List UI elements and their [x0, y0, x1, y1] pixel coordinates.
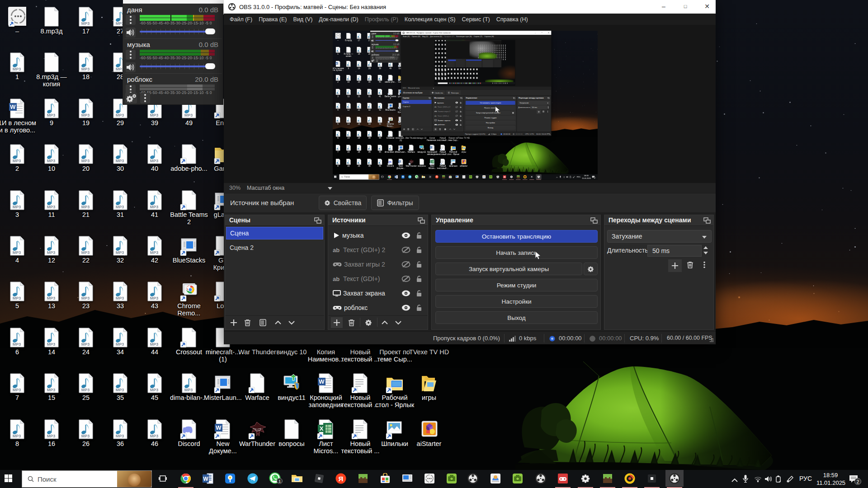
svg-text:MP3: MP3: [358, 65, 360, 67]
svg-text:MP3: MP3: [368, 79, 371, 81]
svg-text:MP3: MP3: [368, 149, 371, 150]
svg-text:MP3: MP3: [47, 296, 56, 300]
svg-text:MP3: MP3: [116, 434, 124, 438]
svg-text:MP3: MP3: [150, 296, 159, 300]
svg-text:MP3: MP3: [81, 67, 90, 71]
svg-text:MP3: MP3: [116, 205, 124, 209]
svg-text:MP3: MP3: [116, 388, 124, 392]
svg-text:MP3: MP3: [347, 93, 350, 95]
svg-text:MP3: MP3: [116, 113, 124, 117]
svg-text:MP3: MP3: [13, 342, 21, 347]
svg-text:MP3: MP3: [368, 93, 371, 95]
svg-text:MP3: MP3: [47, 159, 56, 163]
svg-text:MP3: MP3: [347, 163, 350, 165]
svg-text:MP3: MP3: [347, 79, 350, 81]
svg-text:MP3: MP3: [116, 159, 124, 163]
svg-text:Я: Я: [339, 475, 344, 483]
svg-text:MP3: MP3: [378, 163, 381, 165]
svg-text:MP3: MP3: [347, 135, 350, 137]
svg-text:MP3: MP3: [47, 250, 56, 255]
svg-text:ab: ab: [333, 276, 340, 282]
svg-text:MP3: MP3: [150, 342, 159, 347]
svg-text:MP3: MP3: [368, 65, 371, 67]
svg-text:W: W: [10, 103, 16, 110]
svg-text:MP3: MP3: [358, 79, 360, 81]
svg-text:MP3: MP3: [378, 79, 381, 81]
svg-text:MP3: MP3: [389, 65, 392, 67]
svg-text:MP3: MP3: [336, 163, 339, 165]
svg-text:X: X: [320, 425, 324, 432]
svg-text:MP3: MP3: [116, 296, 124, 300]
svg-text:MP3: MP3: [13, 388, 21, 392]
svg-text:MP3: MP3: [184, 113, 193, 117]
svg-text:MP3: MP3: [81, 250, 90, 255]
svg-text:MP3: MP3: [336, 135, 339, 137]
svg-text:W: W: [216, 424, 222, 431]
svg-text:MP3: MP3: [47, 434, 56, 438]
svg-text:MP3: MP3: [336, 121, 339, 122]
svg-text:Я: Я: [436, 176, 438, 178]
svg-text:MP3: MP3: [336, 79, 339, 81]
svg-text:MP3: MP3: [13, 159, 21, 163]
svg-text:MP3: MP3: [81, 342, 90, 347]
svg-text:MP3: MP3: [358, 135, 360, 137]
svg-text:MP3: MP3: [358, 37, 360, 39]
svg-text:MP3: MP3: [13, 250, 21, 255]
svg-text:MP3: MP3: [81, 296, 90, 300]
svg-text:MP3: MP3: [368, 121, 371, 122]
svg-text:W: W: [203, 476, 208, 482]
svg-text:MP3: MP3: [347, 65, 350, 67]
svg-text:MP3: MP3: [13, 296, 21, 300]
svg-text:MP3: MP3: [336, 149, 339, 150]
svg-text:MP3: MP3: [378, 121, 381, 122]
svg-text:MP3: MP3: [81, 434, 90, 438]
svg-text:MP3: MP3: [184, 388, 193, 392]
svg-text:MP3: MP3: [358, 163, 360, 165]
svg-text:MP3: MP3: [378, 135, 381, 137]
svg-text:MP3: MP3: [116, 250, 124, 255]
svg-text:MP3: MP3: [47, 205, 56, 209]
svg-text:MP3: MP3: [150, 250, 159, 255]
svg-text:MP3: MP3: [358, 107, 360, 109]
svg-text:MP3: MP3: [368, 163, 371, 165]
svg-text:MP3: MP3: [150, 205, 159, 209]
svg-text:MP3: MP3: [81, 21, 90, 26]
svg-text:W: W: [319, 378, 325, 385]
svg-text:ab: ab: [434, 115, 437, 117]
svg-text:MP3: MP3: [378, 149, 381, 150]
svg-text:MP3: MP3: [358, 51, 360, 53]
svg-text:MP3: MP3: [358, 121, 360, 122]
svg-text:MP3: MP3: [150, 113, 159, 117]
svg-text:MP3: MP3: [13, 205, 21, 209]
svg-text:MP3: MP3: [347, 121, 350, 122]
svg-text:W: W: [430, 146, 432, 148]
svg-text:MP3: MP3: [358, 149, 360, 150]
svg-text:W: W: [336, 62, 338, 65]
svg-text:MP3: MP3: [347, 149, 350, 150]
svg-text:MP3: MP3: [336, 107, 339, 109]
svg-text:MP3: MP3: [47, 388, 56, 392]
svg-text:W: W: [399, 160, 401, 162]
svg-text:MP3: MP3: [47, 113, 56, 117]
svg-text:MP3: MP3: [81, 159, 90, 163]
svg-text:MP3: MP3: [378, 93, 381, 95]
svg-text:MP3: MP3: [47, 342, 56, 347]
svg-text:MP3: MP3: [150, 434, 159, 438]
svg-text:W: W: [395, 176, 396, 178]
svg-text:MP3: MP3: [13, 434, 21, 438]
svg-text:MP3: MP3: [336, 51, 339, 53]
svg-text:MP3: MP3: [81, 205, 90, 209]
svg-text:MP3: MP3: [378, 107, 381, 109]
svg-text:MP3: MP3: [358, 93, 360, 95]
svg-text:MP3: MP3: [150, 159, 159, 163]
svg-text:MP3: MP3: [81, 113, 90, 117]
svg-text:ab: ab: [434, 106, 437, 108]
svg-text:MP3: MP3: [347, 107, 350, 109]
svg-text:MP3: MP3: [336, 93, 339, 95]
svg-text:MP3: MP3: [81, 388, 90, 392]
svg-text:MP3: MP3: [116, 342, 124, 347]
svg-text:MP3: MP3: [378, 65, 381, 67]
svg-text:X: X: [430, 160, 432, 163]
svg-text:MP3: MP3: [13, 67, 21, 71]
svg-text:MP3: MP3: [368, 107, 371, 109]
